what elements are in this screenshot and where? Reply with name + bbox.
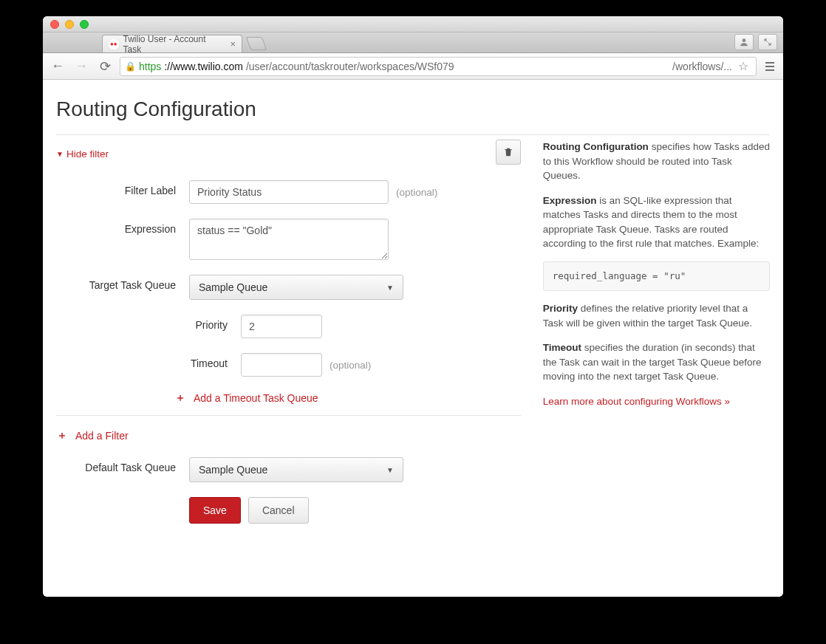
- close-tab-icon[interactable]: ×: [230, 38, 236, 49]
- titlebar: [43, 16, 783, 32]
- add-filter-link[interactable]: ＋ Add a Filter: [56, 429, 521, 442]
- priority-label: Priority: [56, 315, 241, 331]
- url-path-right: /workflows/...: [672, 61, 732, 72]
- cancel-button[interactable]: Cancel: [248, 497, 309, 524]
- traffic-lights: [50, 20, 89, 29]
- url-domain: ://www.twilio.com: [164, 61, 243, 72]
- default-queue-select[interactable]: Sample Queue ▼: [189, 457, 403, 482]
- caret-down-icon: ▼: [56, 150, 64, 158]
- tab-title: Twilio User - Account Task: [123, 34, 223, 55]
- expression-input[interactable]: status == "Gold": [189, 219, 389, 260]
- default-queue-value: Sample Queue: [199, 464, 267, 476]
- new-tab-button[interactable]: [246, 37, 267, 50]
- browser-tab[interactable]: ●● Twilio User - Account Task ×: [102, 35, 242, 52]
- favicon-icon: ●●: [109, 39, 119, 49]
- help-panel: Routing Configuration specifies how Task…: [543, 140, 770, 419]
- chevron-down-icon: ▼: [386, 284, 394, 292]
- filter-separator: [56, 415, 521, 416]
- add-timeout-queue-link[interactable]: ＋ Add a Timeout Task Queue: [174, 391, 521, 405]
- help-timeout-term: Timeout: [543, 342, 581, 353]
- timeout-input[interactable]: [241, 353, 322, 377]
- address-bar[interactable]: 🔒 https://www.twilio.com/user/account/ta…: [120, 57, 757, 76]
- target-queue-select[interactable]: Sample Queue ▼: [189, 275, 403, 300]
- optional-hint: (optional): [396, 187, 437, 198]
- url-scheme: https: [139, 61, 161, 72]
- zoom-window-button[interactable]: [80, 20, 89, 29]
- profile-button[interactable]: [734, 34, 754, 50]
- target-queue-value: Sample Queue: [199, 281, 267, 293]
- add-filter-label: Add a Filter: [75, 430, 129, 442]
- filter-label-label: Filter Label: [56, 180, 189, 196]
- help-code-example: required_language = "ru": [543, 261, 770, 291]
- page-title: Routing Configuration: [56, 97, 770, 121]
- plus-icon: ＋: [174, 391, 186, 405]
- close-window-button[interactable]: [50, 20, 59, 29]
- browser-toolbar: ← → ⟳ 🔒 https://www.twilio.com/user/acco…: [43, 53, 783, 80]
- url-path-left: /user/account/taskrouter/workspaces/WSf0…: [246, 61, 454, 72]
- tab-strip: ●● Twilio User - Account Task ×: [43, 32, 783, 53]
- back-button[interactable]: ←: [49, 58, 66, 74]
- help-rc-term: Routing Configuration: [543, 141, 649, 152]
- optional-hint: (optional): [330, 360, 371, 371]
- expression-label: Expression: [56, 219, 189, 235]
- reload-button[interactable]: ⟳: [96, 58, 114, 75]
- hide-filter-toggle[interactable]: ▼ Hide filter: [56, 148, 109, 160]
- lock-icon: 🔒: [125, 61, 136, 72]
- default-queue-label: Default Task Queue: [56, 457, 189, 473]
- priority-input[interactable]: [241, 315, 322, 338]
- save-button[interactable]: Save: [189, 497, 241, 524]
- page-viewport[interactable]: Routing Configuration ▼ Hide filter: [43, 80, 783, 597]
- title-separator: [56, 134, 770, 135]
- learn-more-link[interactable]: Learn more about configuring Workflows »: [543, 396, 730, 407]
- minimize-window-button[interactable]: [65, 20, 74, 29]
- browser-window: ●● Twilio User - Account Task × ← → ⟳ 🔒 …: [43, 16, 783, 597]
- filter-label-input[interactable]: [189, 180, 389, 204]
- timeout-label: Timeout: [56, 353, 241, 369]
- help-priority-term: Priority: [543, 303, 578, 314]
- bookmark-star-icon[interactable]: ☆: [735, 59, 751, 73]
- chevron-down-icon: ▼: [386, 466, 394, 474]
- fullscreen-button[interactable]: [758, 34, 777, 50]
- add-timeout-queue-label: Add a Timeout Task Queue: [194, 392, 318, 404]
- svg-point-0: [743, 38, 746, 42]
- menu-button[interactable]: [762, 62, 777, 71]
- target-queue-label: Target Task Queue: [56, 275, 189, 291]
- help-expression-term: Expression: [543, 195, 597, 206]
- hide-filter-label: Hide filter: [66, 148, 109, 160]
- delete-filter-button[interactable]: [496, 140, 521, 165]
- forward-button[interactable]: →: [72, 58, 90, 74]
- plus-icon: ＋: [56, 429, 68, 442]
